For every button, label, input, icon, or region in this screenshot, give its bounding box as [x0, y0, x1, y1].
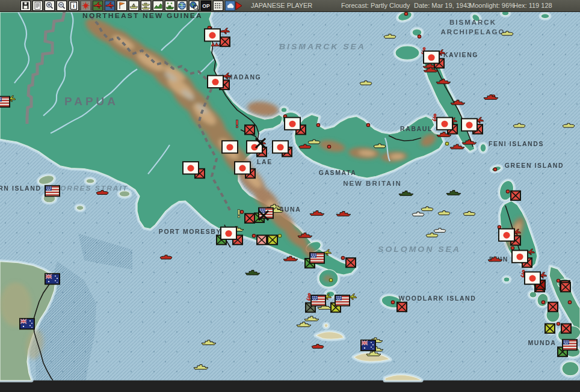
town-dot[interactable]	[329, 278, 332, 281]
base-status-marker[interactable]	[561, 283, 570, 292]
map-label: SOLOMON SEA	[378, 245, 461, 254]
base-status-marker[interactable]	[245, 213, 255, 223]
map-label: PORT MORESBY	[159, 228, 221, 235]
town-dot[interactable]	[341, 256, 344, 259]
base-status-marker[interactable]	[545, 324, 555, 334]
top-bar: iOP JAPANESE PLAYER Forecast: Partly Clo…	[0, 0, 580, 12]
unit-japanese-flag[interactable]	[222, 141, 238, 153]
unit-us-flag[interactable]	[335, 295, 350, 305]
unit-japanese-flag[interactable]	[208, 76, 223, 88]
unit-us-flag[interactable]	[45, 186, 60, 196]
map-label: RABAUL	[400, 126, 433, 132]
town-dot[interactable]	[418, 35, 421, 38]
map-label: ARCHIPELAGO	[441, 28, 505, 35]
town-dot[interactable]	[252, 234, 255, 237]
unit-japanese-flag[interactable]	[221, 227, 236, 239]
town-dot[interactable]	[506, 190, 509, 193]
map-label: TORRES STRAIT	[55, 184, 128, 192]
base-status-marker[interactable]	[220, 37, 230, 47]
unit-us-flag[interactable]	[311, 295, 325, 305]
map-label: WOODLARK ISLAND	[399, 295, 477, 302]
town-dot[interactable]	[498, 225, 501, 228]
alert-marker[interactable]	[236, 120, 238, 127]
status-player: JAPANESE PLAYER	[251, 0, 312, 11]
base-status-marker[interactable]	[548, 302, 558, 312]
town-dot[interactable]	[404, 12, 407, 15]
base-status-marker[interactable]	[257, 235, 267, 245]
base-status-marker[interactable]	[268, 235, 277, 245]
map-area: NORTHEAST NEW GUINEABISMARCK SEABISMARCK…	[0, 12, 580, 392]
town-dot[interactable]	[511, 247, 514, 250]
status-forecast: Forecast: Partly Cloudy	[341, 0, 410, 11]
town-dot[interactable]	[541, 301, 545, 304]
map-label: FENI ISLANDS	[489, 141, 544, 147]
map-label: BISMARCK	[449, 19, 496, 26]
base-status-marker[interactable]	[511, 191, 520, 201]
alert-marker[interactable]	[238, 210, 239, 218]
map-label: ORN ISLAND	[0, 185, 42, 192]
town-dot[interactable]	[278, 234, 281, 237]
map-label: BISMARCK SEA	[279, 42, 366, 51]
town-dot[interactable]	[316, 123, 319, 126]
unit-japanese-flag[interactable]	[285, 117, 300, 129]
unit-japanese-flag[interactable]	[273, 141, 288, 153]
unit-us-flag[interactable]	[0, 97, 10, 107]
unit-allied-flag[interactable]	[20, 319, 34, 329]
town-dot[interactable]	[391, 301, 394, 304]
town-dot[interactable]	[557, 279, 560, 282]
game-window: iOP JAPANESE PLAYER Forecast: Partly Clo…	[0, 0, 580, 392]
town-dot[interactable]	[493, 168, 496, 171]
unit-japanese-flag[interactable]	[512, 250, 528, 262]
status-date: Date: Mar 19, 1943	[414, 0, 470, 11]
town-dot[interactable]	[568, 301, 571, 304]
town-dot[interactable]	[240, 210, 243, 213]
unit-us-flag[interactable]	[310, 253, 324, 263]
base-status-marker[interactable]	[561, 324, 571, 334]
base-status-marker[interactable]	[245, 125, 255, 135]
base-status-marker[interactable]	[346, 258, 356, 268]
base-status-marker[interactable]	[397, 302, 407, 312]
status-hex-coords: Hex: 119 128	[513, 0, 552, 11]
status-moonlight: Moonlight: 96%	[469, 0, 515, 11]
unit-us-flag[interactable]	[563, 340, 577, 350]
unit-japanese-flag[interactable]	[183, 162, 199, 174]
map-label: NORTHEAST NEW GUINEA	[82, 12, 203, 20]
town-dot[interactable]	[445, 142, 448, 145]
unit-allied-flag[interactable]	[361, 340, 375, 351]
unit-japanese-flag[interactable]	[499, 229, 514, 241]
town-dot[interactable]	[366, 123, 369, 126]
unit-japanese-flag[interactable]	[424, 51, 439, 63]
town-dot[interactable]	[327, 145, 330, 148]
map-label: KAVIENG	[443, 52, 478, 58]
map-label: GREEN ISLAND	[505, 162, 564, 169]
unit-japanese-flag[interactable]	[461, 118, 477, 130]
unit-allied-flag[interactable]	[45, 274, 60, 284]
map-label: LAE	[257, 159, 273, 165]
map-label: MUNDA	[528, 340, 556, 347]
unit-japanese-flag[interactable]	[205, 29, 220, 41]
map-label: GASMATA	[319, 170, 357, 177]
status-bar: JAPANESE PLAYER Forecast: Partly Cloudy …	[0, 0, 580, 12]
town-dot[interactable]	[557, 322, 560, 325]
map-label: PAPUA	[64, 95, 119, 108]
unit-japanese-flag[interactable]	[235, 162, 250, 174]
map-label: NEW BRITAIN	[343, 180, 402, 187]
map-label: MADANG	[227, 75, 262, 81]
map-viewport[interactable]: NORTHEAST NEW GUINEABISMARCK SEABISMARCK…	[0, 12, 580, 392]
unit-japanese-flag[interactable]	[437, 117, 452, 129]
unit-japanese-flag[interactable]	[525, 272, 540, 284]
